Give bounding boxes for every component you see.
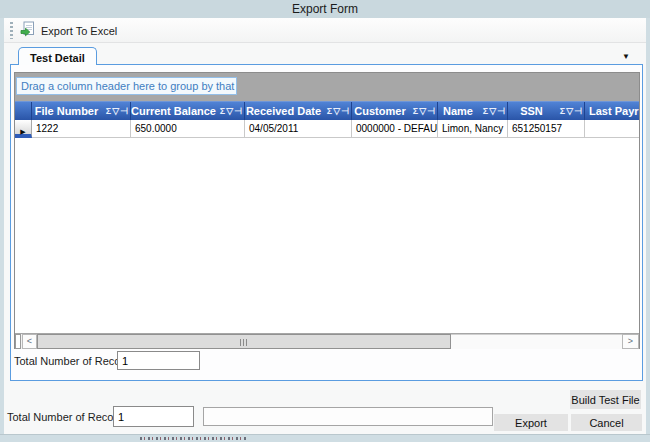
summary-sum-icon[interactable]: Σ <box>106 106 111 116</box>
window-title: Export Form <box>0 0 650 18</box>
summary-sum-icon[interactable]: Σ <box>560 106 565 116</box>
column-header-current-balance[interactable]: Current Balance Σ▽⊣ <box>131 102 245 120</box>
export-to-excel-button[interactable]: Export To Excel <box>20 20 123 41</box>
column-header-label: Name <box>443 105 473 117</box>
row-selector-arrow-icon: ▶ <box>20 128 25 135</box>
column-header-name[interactable]: Name Σ▽⊣ <box>438 102 508 120</box>
cell-ssn[interactable]: 651250157 <box>508 120 585 138</box>
cell-file-number[interactable]: 1222 <box>32 120 131 138</box>
pin-icon[interactable]: ⊣ <box>497 106 505 116</box>
cell-name[interactable]: Limon, Nancy <box>438 120 508 138</box>
cell-customer[interactable]: 0000000 - DEFAULT <box>352 120 438 138</box>
pin-icon[interactable]: ⊣ <box>234 106 242 116</box>
export-button[interactable]: Export <box>494 414 568 431</box>
column-header-label: Current Balance <box>131 105 216 117</box>
column-header-customer[interactable]: Customer Σ▽⊣ <box>352 102 438 120</box>
table-row[interactable]: ▶ 1222 650.0000 04/05/2011 0000000 - DEF… <box>15 120 639 138</box>
cancel-button[interactable]: Cancel <box>571 414 642 431</box>
tab-test-detail-label: Test Detail <box>30 52 85 64</box>
filter-icon[interactable]: ▽ <box>566 106 573 116</box>
scrollbar-track[interactable] <box>451 334 622 349</box>
column-header-received-date[interactable]: Received Date Σ▽⊣ <box>245 102 352 120</box>
summary-sum-icon[interactable]: Σ <box>483 106 488 116</box>
cell-received-date[interactable]: 04/05/2011 <box>245 120 352 138</box>
row-selector-header <box>15 102 32 120</box>
excel-export-icon <box>20 21 35 41</box>
form-bottom-edge <box>0 434 650 442</box>
chevron-left-icon: < <box>27 336 32 346</box>
scroll-right-button[interactable]: > <box>622 334 639 349</box>
column-header-label: Customer <box>354 105 405 117</box>
column-header-file-number[interactable]: File Number Σ▽⊣ <box>32 102 131 120</box>
toolbar: Export To Excel <box>4 18 646 43</box>
column-header-ssn[interactable]: SSN Σ▽⊣ <box>508 102 585 120</box>
pin-icon[interactable]: ⊣ <box>120 106 128 116</box>
export-form-window: Export Form Export To Excel Test Detail … <box>0 0 650 442</box>
pin-icon[interactable]: ⊣ <box>341 106 349 116</box>
group-by-panel[interactable]: Drag a column header here to group by th… <box>15 73 639 101</box>
row-selector[interactable]: ▶ <box>15 120 32 138</box>
scroll-left-button[interactable]: < <box>22 334 37 349</box>
export-to-excel-label: Export To Excel <box>41 25 117 37</box>
grid-header-row: File Number Σ▽⊣ Current Balance Σ▽⊣ Rece… <box>15 101 639 120</box>
filter-icon[interactable]: ▽ <box>419 106 426 116</box>
cell-current-balance[interactable]: 650.0000 <box>131 120 245 138</box>
summary-sum-icon[interactable]: Σ <box>413 106 418 116</box>
total-records-label: Total Number of Records <box>7 411 129 423</box>
summary-sum-icon[interactable]: Σ <box>327 106 332 116</box>
scrollbar-grip-icon <box>240 339 248 346</box>
filter-icon[interactable]: ▽ <box>112 106 119 116</box>
cell-last-payment[interactable] <box>585 120 639 138</box>
filter-icon[interactable]: ▽ <box>226 106 233 116</box>
titlebar[interactable]: Export Form <box>0 0 650 18</box>
scrollbar-thumb[interactable] <box>37 334 451 349</box>
column-header-label: SSN <box>520 105 543 117</box>
group-by-hint: Drag a column header here to group by th… <box>16 77 237 95</box>
toolbar-grip-handle[interactable] <box>10 22 13 39</box>
summary-sum-icon[interactable]: Σ <box>220 106 225 116</box>
column-header-last-payment[interactable]: Last Payr <box>585 102 639 120</box>
column-header-label: Last Payr <box>589 105 639 117</box>
progress-bar <box>203 407 493 426</box>
pin-icon[interactable]: ⊣ <box>427 106 435 116</box>
pin-icon[interactable]: ⊣ <box>574 106 582 116</box>
scrollbar-splitter-handle[interactable] <box>15 334 21 349</box>
total-records-input[interactable] <box>113 406 194 427</box>
clipped-background-content <box>140 437 248 440</box>
horizontal-scrollbar[interactable]: < > <box>15 333 639 349</box>
form-right-edge <box>646 18 650 434</box>
filter-icon[interactable]: ▽ <box>489 106 496 116</box>
form-left-edge <box>0 18 4 434</box>
column-header-label: Received Date <box>246 105 321 117</box>
column-header-label: File Number <box>35 105 99 117</box>
chevron-right-icon: > <box>628 336 633 346</box>
tab-total-records-input[interactable] <box>117 351 200 370</box>
tab-list-dropdown-icon[interactable]: ▼ <box>618 51 634 62</box>
build-test-file-button[interactable]: Build Test File <box>570 390 641 409</box>
filter-icon[interactable]: ▽ <box>333 106 340 116</box>
tab-test-detail[interactable]: Test Detail <box>18 47 97 65</box>
